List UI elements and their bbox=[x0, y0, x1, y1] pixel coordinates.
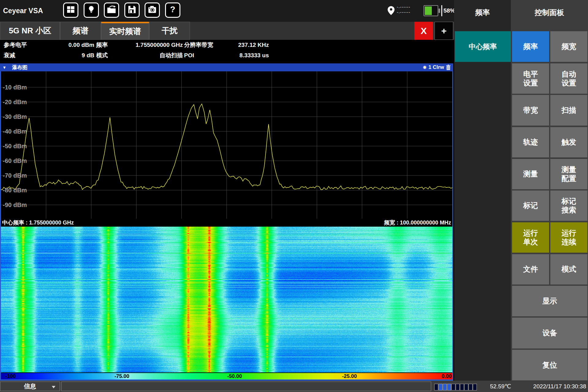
panel-button-label: 配置 bbox=[562, 174, 576, 183]
center-frequency-readout: 中心频率 : 1.755000000 GHz bbox=[2, 219, 74, 227]
progress-segment-5 bbox=[456, 384, 460, 390]
panel-button-电平设置[interactable]: 电平设置 bbox=[512, 63, 549, 94]
toolbar-button-help[interactable]: ? bbox=[165, 2, 180, 18]
control-panel-grid: 控制面板 频率频宽电平设置自动设置带宽扫描轨迹触发测量测量配置标记标记搜索运行单… bbox=[511, 0, 588, 381]
panel-button-扫描[interactable]: 扫描 bbox=[550, 95, 587, 126]
lightbulb-icon bbox=[87, 5, 96, 15]
waterfall-spectrogram[interactable] bbox=[1, 227, 452, 372]
panel-button-label: 轨迹 bbox=[523, 138, 538, 146]
legend-tick-1: -75.00 bbox=[115, 373, 129, 379]
panel-button-标记搜索[interactable]: 标记搜索 bbox=[550, 190, 587, 221]
trace-label[interactable]: 1 Clrw bbox=[428, 64, 444, 70]
panel-button-label: 文件 bbox=[523, 265, 538, 273]
progress-segment-0 bbox=[434, 384, 438, 390]
panel-button-运行单次[interactable]: 运行单次 bbox=[512, 222, 549, 253]
ref-level-value[interactable]: 0.00 dBm bbox=[46, 40, 94, 50]
poi-value[interactable]: 8.33333 us bbox=[214, 50, 269, 60]
svg-text:-60 dBm: -60 dBm bbox=[3, 157, 27, 164]
panel-button-复位[interactable]: 复位 bbox=[512, 350, 587, 380]
svg-text:-10 dBm: -10 dBm bbox=[3, 84, 27, 91]
panel-button-模式[interactable]: 模式 bbox=[550, 254, 587, 285]
atten-value[interactable]: 9 dB bbox=[46, 50, 94, 60]
rbw-value[interactable]: 237.12 KHz bbox=[214, 40, 269, 50]
rbw-label: 分辨率带宽 bbox=[184, 40, 213, 50]
panel-button-label: 触发 bbox=[562, 138, 576, 146]
panel-button-测量[interactable]: 测量 bbox=[512, 159, 549, 189]
panel-button-设备[interactable]: 设备 bbox=[512, 318, 587, 349]
window-title: 瀑布图 bbox=[12, 64, 28, 71]
gps-pin-icon bbox=[386, 4, 396, 18]
status-bar: 信息 52.59℃ 2022/11/17 10:30:38 bbox=[0, 381, 588, 392]
ceyear-vsa-app: Ceyear VSA ? -.------ -.------ 58% 5G NR… bbox=[0, 0, 588, 392]
windows-icon bbox=[66, 5, 75, 15]
battery-percent: 58% bbox=[443, 5, 455, 16]
gps-coordinate-line2: -.------ bbox=[397, 10, 413, 14]
panel-button-轨迹[interactable]: 轨迹 bbox=[512, 127, 549, 157]
tab-1[interactable]: 频谱 bbox=[60, 22, 101, 40]
ref-level-label: 参考电平 bbox=[4, 40, 27, 50]
tab-0[interactable]: 5G NR 小区 bbox=[0, 22, 60, 40]
collapse-icon[interactable]: ▼ bbox=[2, 65, 6, 70]
battery-icon bbox=[424, 5, 438, 16]
svg-text:-20 dBm: -20 dBm bbox=[3, 99, 27, 105]
frequency-status-row: 中心频率 : 1.755000000 GHz 频宽 : 100.00000000… bbox=[1, 219, 452, 227]
legend-tick-4: 0.00 bbox=[442, 373, 452, 379]
amplitude-color-legend: -100-75.00-50.00-25.000.00 bbox=[1, 373, 452, 379]
progress-segment-2 bbox=[443, 384, 447, 390]
svg-text:-90 dBm: -90 dBm bbox=[3, 202, 27, 208]
message-area bbox=[61, 382, 431, 391]
panel-button-label: 运行 bbox=[562, 229, 576, 237]
svg-text:-40 dBm: -40 dBm bbox=[3, 128, 27, 135]
tab-bar: 5G NR 小区频谱实时频谱干扰 X + bbox=[0, 22, 454, 40]
panel-button-标记[interactable]: 标记 bbox=[512, 190, 549, 221]
panel-button-带宽[interactable]: 带宽 bbox=[512, 95, 549, 126]
info-dropdown-label: 信息 bbox=[24, 382, 36, 390]
tab-2[interactable]: 实时频谱 bbox=[101, 22, 149, 40]
panel-button-label: 搜索 bbox=[562, 206, 576, 214]
panel-button-触发[interactable]: 触发 bbox=[550, 127, 587, 157]
trace-indicator-icon[interactable] bbox=[423, 66, 427, 69]
panel-button-label: 电平 bbox=[523, 70, 538, 78]
battery-nub bbox=[439, 9, 440, 13]
center-frequency-button[interactable]: 中心频率 bbox=[455, 31, 511, 62]
panel-button-频宽[interactable]: 频宽 bbox=[550, 31, 587, 62]
panel-button-label: 标记 bbox=[523, 201, 538, 210]
panel-button-文件[interactable]: 文件 bbox=[512, 254, 549, 285]
close-tab-button[interactable]: X bbox=[414, 22, 433, 40]
spectrum-plot[interactable]: -10 dBm-20 dBm-30 dBm-40 dBm-50 dBm-60 d… bbox=[1, 71, 452, 219]
toolbar-button-camera[interactable] bbox=[145, 2, 160, 18]
info-dropdown[interactable]: 信息 bbox=[0, 382, 60, 391]
trash-icon[interactable] bbox=[446, 65, 451, 70]
battery-fill bbox=[425, 6, 432, 15]
gps-coordinate-line1: -.------ bbox=[397, 5, 413, 9]
toolbar-button-windows[interactable] bbox=[63, 2, 78, 18]
svg-text:-50 dBm: -50 dBm bbox=[3, 143, 27, 149]
progress-segment-3 bbox=[447, 384, 451, 390]
waterfall-window-titlebar[interactable]: ▼ 瀑布图 1 Clrw bbox=[0, 63, 453, 71]
progress-segment-8 bbox=[469, 384, 473, 390]
window-border-right bbox=[452, 71, 453, 381]
atten-label: 衰减 bbox=[4, 50, 15, 60]
panel-button-label: 标记 bbox=[562, 197, 576, 205]
mode-value[interactable]: 自动扫描 bbox=[126, 50, 183, 60]
panel-button-label: 复位 bbox=[542, 361, 557, 369]
mode-label: 模式 bbox=[96, 50, 108, 60]
tab-3[interactable]: 干扰 bbox=[149, 22, 190, 40]
panel-button-label: 单次 bbox=[523, 238, 538, 246]
folder-recall-icon bbox=[107, 5, 116, 15]
add-tab-button[interactable]: + bbox=[435, 22, 453, 40]
panel-button-运行连续[interactable]: 运行连续 bbox=[550, 222, 587, 253]
freq-value[interactable]: 1.755000000 GHz bbox=[126, 40, 183, 50]
toolbar-button-folder-recall[interactable] bbox=[104, 2, 119, 18]
progress-segment-1 bbox=[439, 384, 443, 390]
toolbar-button-lightbulb[interactable] bbox=[84, 2, 99, 18]
panel-button-显示[interactable]: 显示 bbox=[512, 286, 587, 316]
help-icon: ? bbox=[168, 5, 177, 15]
panel-button-测量配置[interactable]: 测量配置 bbox=[550, 159, 587, 189]
legend-tick-3: -25.00 bbox=[342, 373, 357, 379]
toolbar-button-save[interactable] bbox=[124, 2, 140, 18]
battery-separator bbox=[441, 5, 442, 16]
panel-button-频率[interactable]: 频率 bbox=[512, 31, 549, 62]
control-panel: 频率 中心频率 控制面板 频率频宽电平设置自动设置带宽扫描轨迹触发测量测量配置标… bbox=[454, 0, 588, 381]
panel-button-自动设置[interactable]: 自动设置 bbox=[550, 63, 587, 94]
